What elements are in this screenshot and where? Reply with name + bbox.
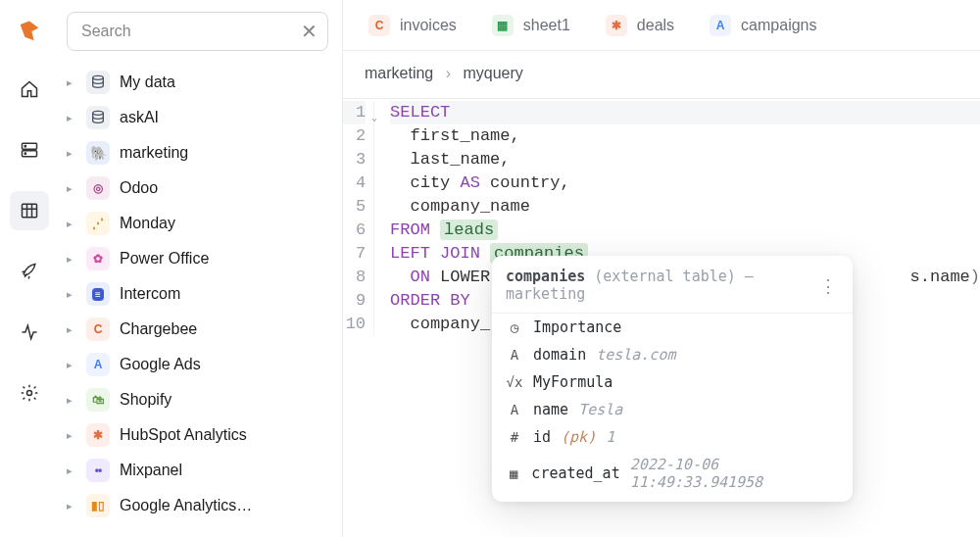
breadcrumb-parent[interactable]: marketing [365,65,433,81]
svg-rect-4 [23,204,37,217]
nav-rocket[interactable] [10,252,49,291]
nav-table[interactable] [10,191,49,230]
fold-icon[interactable]: ⌄ [371,107,377,130]
tabs: Cinvoices▦sheet1✱dealsAcampaigns [343,0,980,51]
chevron-right-icon: ▸ [67,253,76,266]
source-tree: ▸My data▸askAI▸🐘marketing▸◎Odoo▸⋰Monday▸… [65,65,330,537]
nav-settings[interactable] [10,373,49,413]
source-label: askAI [120,109,159,126]
source-item[interactable]: ▸◎Odoo [65,171,330,206]
code-line[interactable]: city AS country, [390,171,980,195]
column-name: domain [533,346,586,364]
editor-wrap: 1⌄2345678910 SELECT first_name, last_nam… [343,99,980,537]
chevron-right-icon: ▸ [67,500,76,513]
nav-activity[interactable] [10,313,49,352]
nav-rail [0,0,59,537]
code-line[interactable]: first_name, [390,124,980,148]
source-label: Google Analytics… [120,497,252,514]
autocomplete-item[interactable]: ▦created_at 2022-10-06 11:49:33.941958 [492,451,853,496]
nav-server[interactable] [10,130,49,170]
kebab-icon[interactable]: ⋮ [819,275,839,296]
sample-value: 1 [606,428,614,446]
tab-icon: A [710,15,731,36]
code-line[interactable]: SELECT [390,101,980,124]
source-item[interactable]: ▸askAI [65,100,330,135]
source-icon: •• [86,459,110,482]
source-item[interactable]: ▸CChargebee [65,312,330,347]
logo-icon [16,18,43,48]
source-icon: ✱ [86,423,110,447]
column-type-icon: ▦ [506,465,521,481]
source-item[interactable]: ▸AGoogle Ads [65,347,330,382]
source-icon: ≡ [86,282,110,306]
autocomplete-item[interactable]: Adomain tesla.com [492,341,853,368]
autocomplete-item[interactable]: Aname Tesla [492,396,853,423]
source-label: marketing [120,144,188,162]
source-item[interactable]: ▸≡Intercom [65,276,330,312]
chevron-right-icon: ▸ [67,182,76,195]
column-type-icon: # [506,429,523,445]
breadcrumb: marketing › myquery [343,51,980,99]
column-name: MyFormula [533,373,612,391]
tab-icon: C [368,15,390,36]
autocomplete-item[interactable]: ◷Importance [492,314,853,341]
line-number: 3 [343,148,366,171]
gutter: 1⌄2345678910 [343,101,374,336]
source-item[interactable]: ▸⋰Monday [65,206,330,241]
chevron-right-icon: ▸ [67,429,76,442]
popup-header: companies (external table) – marketing ⋮ [492,256,853,314]
source-icon: ⋰ [86,212,110,235]
column-type-icon: ◷ [506,319,523,335]
source-icon: ◎ [86,176,110,200]
tab-label: sheet1 [523,17,570,34]
line-number: 2 [343,124,366,148]
source-item[interactable]: ▸✱HubSpot Analytics [65,417,330,453]
source-icon: 🛍 [86,388,110,412]
code-line[interactable]: last_name, [390,148,980,171]
nav-home[interactable] [10,70,49,109]
source-label: Shopify [120,391,172,409]
code-line[interactable]: company_name [390,195,980,219]
svg-point-5 [27,391,32,396]
code-line[interactable]: FROM leads [390,219,980,242]
tab[interactable]: ▦sheet1 [474,0,588,50]
breadcrumb-current: myquery [463,65,522,81]
tab-label: invoices [400,17,457,34]
tab[interactable]: Acampaigns [692,0,834,50]
sample-value: 2022-10-06 11:49:33.941958 [630,456,839,491]
source-label: Intercom [120,285,180,303]
autocomplete-item[interactable]: √xMyFormula [492,368,853,396]
source-item[interactable]: ▸🛍Shopify [65,382,330,417]
tab[interactable]: ✱deals [588,0,692,50]
column-name: created_at [531,464,619,482]
source-label: HubSpot Analytics [120,426,247,444]
source-item[interactable]: ▸▮▯Google Analytics… [65,488,330,523]
autocomplete-item[interactable]: #id (pk) 1 [492,423,853,451]
chevron-right-icon: ▸ [67,147,76,160]
sample-value: tesla.com [596,346,675,364]
svg-point-2 [24,146,25,147]
source-label: Power Office [120,250,209,268]
tab[interactable]: Cinvoices [351,0,474,50]
line-number: 5 [343,195,366,219]
source-item[interactable]: ▸My data [65,65,330,100]
search-wrap: ✕ [67,12,328,51]
source-label: Chargebee [120,320,197,338]
source-label: Monday [120,215,175,232]
source-label: Google Ads [120,356,201,373]
source-item[interactable]: ▸••Mixpanel [65,453,330,488]
chevron-right-icon: ▸ [67,394,76,407]
search-input[interactable] [67,12,328,51]
column-name: Importance [533,318,621,336]
source-icon: ✿ [86,247,110,270]
tab-label: campaigns [741,17,816,34]
popup-title: companies [506,268,585,285]
tab-label: deals [637,17,674,34]
clear-icon[interactable]: ✕ [297,20,320,43]
source-item[interactable]: ▸🐘marketing [65,135,330,171]
source-item[interactable]: ▸✿Power Office [65,241,330,276]
line-number: 10 [343,313,366,336]
line-number: 7 [343,242,366,266]
source-icon: C [86,317,110,341]
svg-point-6 [93,75,104,79]
